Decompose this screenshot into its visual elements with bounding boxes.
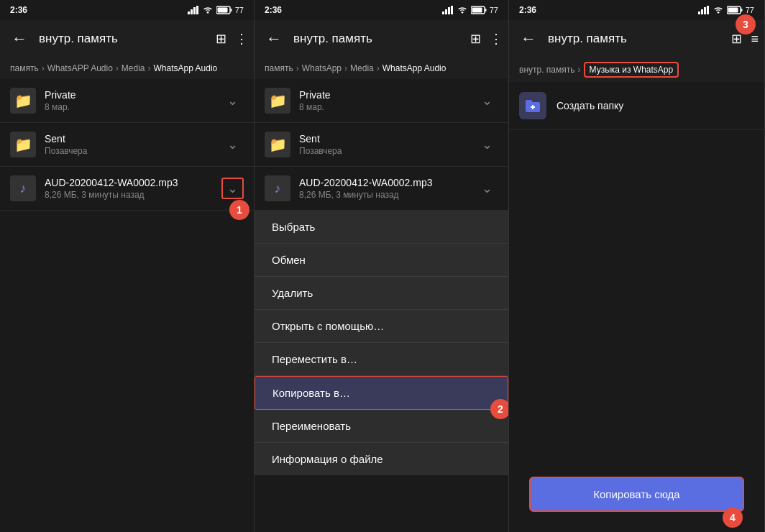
status-bar-3: 2:36 77 [509,0,764,20]
filemeta-private-2: 8 мар. [299,102,476,112]
panel-3: 2:36 77 ← внутр. память [509,0,765,532]
file-arrow-sent-1[interactable]: ⌄ [221,134,244,155]
status-time-2: 2:36 [265,5,282,15]
menu-item-copy[interactable]: Копировать в… 2 [255,376,508,410]
file-meta-audio-1: 8,26 МБ, 3 минуты назад [45,190,221,200]
svg-point-4 [206,12,209,14]
menu-item-info[interactable]: Информация о файле [255,443,508,475]
file-item-sent-1[interactable]: 📁 Sent Позавчера ⌄ [0,123,254,167]
svg-point-20 [717,12,719,14]
svg-rect-11 [451,6,453,14]
step-badge-3: 3 [736,14,756,35]
file-item-private-2[interactable]: 📁 Private 8 мар. ⌄ [255,79,508,123]
audio-icon-1: ♪ [10,175,36,201]
arrow-audio-2[interactable]: ⌄ [476,178,498,199]
file-list-3: Создать папку [509,82,764,532]
signal-icon [188,6,199,14]
arrow-private-2[interactable]: ⌄ [476,90,498,111]
bc-waaudio-2: WhatsApp Audio [382,63,446,73]
step-badge-4: 4 [723,508,743,528]
more-icon-2[interactable]: ⋮ [490,31,503,47]
filemeta-audio-2: 8,26 МБ, 3 минуты назад [299,190,476,200]
menu-item-share[interactable]: Обмен [255,244,508,277]
battery-icon-2 [471,6,487,14]
status-bar-2: 2:36 77 [255,0,508,20]
filename-audio-2: AUD-20200412-WA0002.mp3 [299,177,476,188]
file-arrow-private-1[interactable]: ⌄ [221,90,244,111]
top-title-1: внутр. память [39,32,210,46]
file-meta-sent-1: Позавчера [45,146,221,156]
file-arrow-audio-1[interactable]: ⌄ [221,178,244,199]
create-folder-icon [519,92,546,119]
context-menu: Выбрать Обмен Удалить Открыть с помощью…… [255,211,508,475]
battery-icon [216,6,232,14]
grid-icon-2[interactable]: ⊞ [470,31,481,47]
breadcrumb-2: память › WhatsApp › Media › WhatsApp Aud… [255,58,508,79]
svg-rect-17 [701,9,703,14]
filemeta-sent-2: Позавчера [299,146,476,156]
bc-intmem-3: внутр. память [519,65,575,75]
file-item-audio-1[interactable]: ♪ AUD-20200412-WA0002.mp3 8,26 МБ, 3 мин… [0,167,254,211]
file-item-sent-2[interactable]: 📁 Sent Позавчера ⌄ [255,123,508,167]
bc-whatsapp-1[interactable]: WhatsAPP Audio [47,63,113,73]
top-bar-3: ← внутр. память ⊞ ≡ [509,20,764,58]
file-list-1: 📁 Private 8 мар. ⌄ 📁 Sent Позавчера ⌄ ♪ [0,79,254,532]
more-icon-3[interactable]: ≡ [751,32,759,47]
battery-level-1: 77 [235,6,244,14]
menu-item-select[interactable]: Выбрать [255,211,508,244]
menu-item-rename[interactable]: Переименовать [255,410,508,443]
file-info-private-1: Private 8 мар. [45,89,221,112]
svg-rect-1 [191,9,193,14]
breadcrumb-1: память › WhatsAPP Audio › Media › WhatsA… [0,58,254,79]
svg-rect-9 [445,9,447,14]
wifi-icon [202,6,214,14]
file-item-audio-2[interactable]: ♪ AUD-20200412-WA0002.mp3 8,26 МБ, 3 мин… [255,167,508,211]
bc-mem-2: память [265,63,293,73]
file-name-private-1: Private [45,89,221,101]
file-name-sent-1: Sent [45,133,221,145]
svg-rect-2 [193,7,196,14]
back-button-3[interactable]: ← [515,27,542,51]
bc-music-whatsapp-3[interactable]: Музыка из WhatsApp [584,62,679,78]
bc-whatsapp-2[interactable]: WhatsApp [302,63,342,73]
menu-item-open-with[interactable]: Открыть с помощью… [255,310,508,343]
create-folder-label: Создать папку [556,100,623,111]
back-button-2[interactable]: ← [260,27,288,51]
arrow-sent-2[interactable]: ⌄ [476,134,498,155]
file-item-private-1[interactable]: 📁 Private 8 мар. ⌄ [0,79,254,123]
top-title-3: внутр. память [548,32,725,46]
menu-item-delete[interactable]: Удалить [255,277,508,310]
svg-rect-7 [217,8,227,13]
copy-here-button[interactable]: Копировать сюда [529,477,744,512]
panel-2: 2:36 77 ← внутр. память [255,0,509,532]
svg-rect-14 [485,9,486,12]
more-icon-1[interactable]: ⋮ [235,31,248,47]
svg-rect-22 [741,9,742,12]
status-bar-1: 2:36 77 [0,0,254,20]
file-info-sent-1: Sent Позавчера [45,133,221,156]
file-meta-private-1: 8 мар. [45,102,221,112]
menu-item-move[interactable]: Переместить в… [255,343,508,376]
battery-icon-3 [727,6,743,14]
status-icons-1: 77 [188,6,244,14]
svg-rect-10 [448,7,450,14]
svg-rect-15 [472,8,482,13]
svg-rect-18 [704,7,706,14]
bc-media-2: Media [350,63,374,73]
create-folder-item[interactable]: Создать папку [509,82,764,130]
status-time-3: 2:36 [519,5,536,15]
top-title-2: внутр. память [293,32,464,46]
svg-rect-3 [196,6,198,14]
signal-icon-2 [442,6,454,14]
file-list-top-2: 📁 Private 8 мар. ⌄ 📁 Sent Позавчера ⌄ ♪ … [255,79,508,211]
breadcrumb-3: внутр. память › Музыка из WhatsApp 3 [509,58,764,82]
wifi-icon-2 [457,6,468,14]
back-button-1[interactable]: ← [6,27,33,51]
file-name-audio-1: AUD-20200412-WA0002.mp3 [45,177,221,188]
folder-icon-sent-1: 📁 [10,132,36,157]
svg-rect-19 [707,6,709,14]
folder-add-icon [524,98,541,113]
svg-rect-23 [728,8,738,13]
status-icons-2: 77 [442,6,498,14]
grid-icon-1[interactable]: ⊞ [216,31,226,47]
